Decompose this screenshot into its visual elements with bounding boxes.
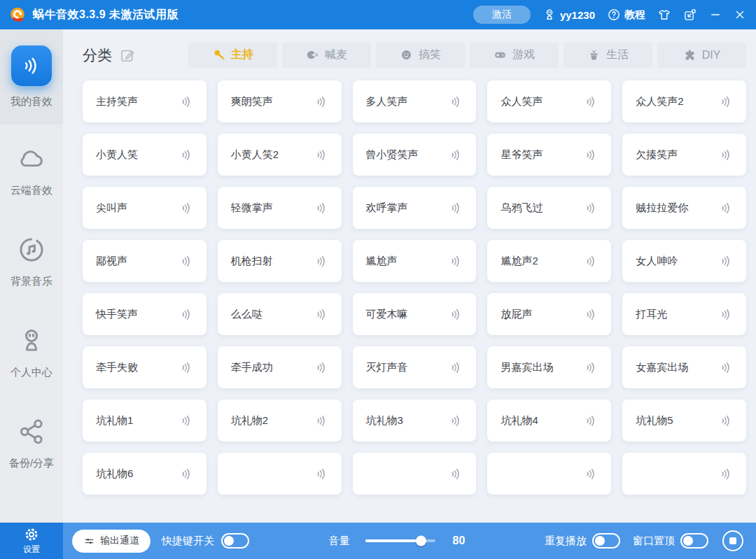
sidebar-item-label: 背景音乐 — [10, 275, 52, 288]
sound-card[interactable]: 小黄人笑2 — [218, 134, 342, 176]
sound-card[interactable]: 灭灯声音 — [353, 346, 477, 388]
tab-icon — [306, 48, 319, 62]
sound-card[interactable]: 爽朗笑声 — [218, 80, 342, 122]
hotkey-toggle[interactable] — [221, 533, 249, 549]
sound-wave-icon — [449, 360, 463, 375]
sound-wave-icon — [314, 467, 329, 481]
sound-label: 快手笑声 — [96, 308, 138, 321]
category-tab[interactable]: 生活 — [564, 43, 652, 68]
repeat-toggle[interactable] — [592, 533, 620, 549]
sound-label: 爽朗笑声 — [231, 95, 273, 108]
sound-wave-icon — [314, 360, 329, 375]
sound-label: 男嘉宾出场 — [500, 361, 553, 374]
volume-slider[interactable] — [365, 539, 435, 542]
sound-card[interactable]: 坑礼物3 — [353, 399, 477, 441]
minimize-icon[interactable] — [709, 8, 722, 21]
tab-label: 游戏 — [512, 48, 535, 62]
sidebar-item-label: 个人中心 — [10, 366, 52, 379]
tutorial-button[interactable]: 教程 — [607, 8, 645, 22]
sound-card[interactable]: 众人笑声2 — [622, 80, 746, 122]
repeat-label: 重复播放 — [545, 535, 587, 548]
sound-card[interactable]: 多人笑声 — [353, 80, 477, 122]
sound-card[interactable]: 欢呼掌声 — [353, 187, 477, 229]
sound-card[interactable]: 牵手失败 — [83, 346, 206, 388]
sound-wave-icon — [584, 94, 598, 109]
sound-card[interactable]: 曾小贤笑声 — [353, 134, 477, 176]
sidebar-item-label: 备份/分享 — [9, 457, 54, 470]
sound-card[interactable]: 鄙视声 — [83, 240, 206, 282]
sidebar-item[interactable]: 个人中心 — [0, 306, 63, 397]
sound-wave-icon — [449, 413, 463, 428]
hotkey-label: 快捷键开关 — [162, 535, 214, 548]
sound-wave-icon — [449, 201, 463, 215]
sound-wave-icon — [179, 360, 194, 375]
tab-icon — [493, 48, 507, 62]
sound-card[interactable] — [622, 453, 746, 495]
volume-label: 音量 — [329, 535, 350, 548]
mini-window-icon[interactable] — [683, 8, 697, 22]
sound-label: 尖叫声 — [96, 201, 127, 215]
category-tab[interactable]: 游戏 — [470, 43, 559, 68]
sidebar-item[interactable]: 我的音效 — [0, 29, 63, 125]
sound-card[interactable]: 尖叫声 — [83, 187, 206, 229]
sound-card[interactable]: 机枪扫射 — [218, 240, 342, 282]
category-tab[interactable]: DIY — [657, 43, 746, 68]
sound-card[interactable]: 坑礼物4 — [487, 399, 611, 441]
activate-button[interactable]: 激活 — [473, 6, 531, 24]
sidebar-item-icon — [15, 416, 48, 448]
sound-card[interactable]: 主持笑声 — [83, 80, 206, 122]
gear-icon — [23, 526, 40, 543]
sound-card[interactable]: 坑礼物5 — [622, 399, 746, 441]
settings-button[interactable]: 设置 — [0, 523, 63, 559]
sound-card[interactable]: 女人呻吟 — [622, 240, 746, 282]
output-channel-label: 输出通道 — [100, 535, 139, 547]
sound-wave-icon — [584, 201, 598, 215]
topmost-toggle[interactable] — [680, 533, 708, 549]
sound-card[interactable] — [487, 453, 611, 495]
sound-wave-icon — [449, 307, 463, 322]
skin-icon[interactable] — [657, 8, 671, 22]
sound-card[interactable]: 么么哒 — [218, 293, 342, 335]
sound-card[interactable]: 可爱木嘛 — [353, 293, 477, 335]
sound-card[interactable]: 众人笑声 — [487, 80, 611, 122]
tab-label: 生活 — [606, 48, 629, 62]
edit-category-icon[interactable] — [119, 47, 136, 64]
sound-wave-icon — [449, 148, 463, 162]
sound-card[interactable]: 打耳光 — [622, 293, 746, 335]
sound-wave-icon — [719, 467, 734, 481]
sound-card[interactable]: 小黄人笑 — [83, 134, 206, 176]
category-tab[interactable]: 搞笑 — [376, 43, 465, 68]
sound-card[interactable]: 欠揍笑声 — [622, 134, 746, 176]
sound-card[interactable] — [353, 453, 477, 495]
sound-label: 星爷笑声 — [500, 148, 542, 162]
sound-card[interactable]: 尴尬声 — [353, 240, 477, 282]
sound-label: 尴尬声2 — [500, 255, 538, 268]
category-tab[interactable]: 主持 — [188, 43, 277, 68]
sound-card[interactable]: 坑礼物6 — [83, 453, 206, 495]
sound-card[interactable]: 牵手成功 — [218, 346, 342, 388]
sound-card[interactable]: 快手笑声 — [83, 293, 206, 335]
sound-label: 么么哒 — [231, 308, 262, 321]
sidebar-item[interactable]: 云端音效 — [0, 125, 63, 215]
stop-button[interactable] — [722, 530, 743, 551]
sound-card[interactable]: 星爷笑声 — [487, 134, 611, 176]
sound-card[interactable]: 尴尬声2 — [487, 240, 611, 282]
sound-card[interactable] — [218, 453, 342, 495]
volume-knob[interactable] — [416, 536, 426, 546]
sound-card[interactable]: 坑礼物1 — [83, 399, 206, 441]
sound-card[interactable]: 坑礼物2 — [218, 399, 342, 441]
user-account[interactable]: yy1230 — [542, 8, 595, 22]
sidebar-item[interactable]: 背景音乐 — [0, 215, 63, 306]
sound-card[interactable]: 女嘉宾出场 — [622, 346, 746, 388]
sound-card[interactable]: 放屁声 — [487, 293, 611, 335]
category-tab[interactable]: 喊麦 — [282, 43, 371, 68]
sound-label: 曾小贤笑声 — [366, 148, 419, 162]
close-icon[interactable] — [734, 8, 746, 21]
sound-card[interactable]: 男嘉宾出场 — [487, 346, 611, 388]
output-channel-button[interactable]: 输出通道 — [72, 530, 150, 553]
sound-card[interactable]: 乌鸦飞过 — [487, 187, 611, 229]
sound-card[interactable]: 贼拉拉爱你 — [622, 187, 746, 229]
sidebar-item[interactable]: 备份/分享 — [0, 397, 63, 488]
sound-card[interactable]: 轻微掌声 — [218, 187, 342, 229]
sidebar-item-label: 云端音效 — [10, 184, 52, 197]
